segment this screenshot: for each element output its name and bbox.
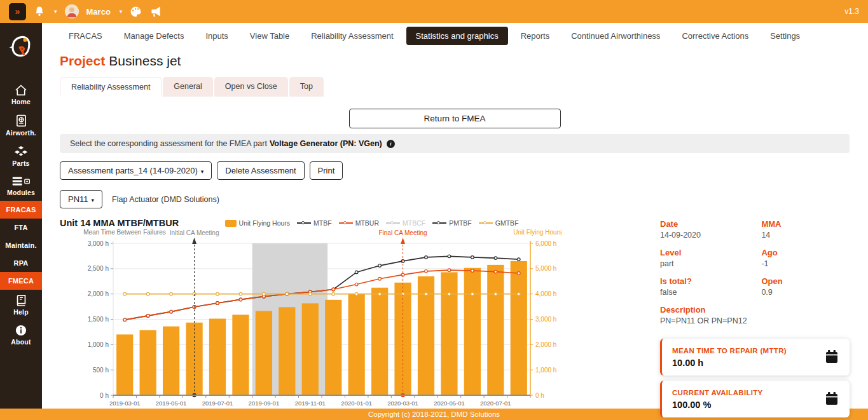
calendar-icon[interactable] [824,349,839,367]
nav-manage-defects[interactable]: Manage Defects [115,27,193,44]
svg-text:4,000 h: 4,000 h [535,290,556,297]
legend-item-mtbur[interactable]: MTBUR [339,219,379,227]
legend-item-unit-flying-hours[interactable]: Unit Flying Hours [225,219,291,227]
assessment-info-bar: Select the corresponding assessment for … [60,134,850,153]
notifications-bell-icon[interactable] [34,6,45,17]
bar-swatch-icon [225,220,237,227]
svg-text:2,000 h: 2,000 h [535,341,556,348]
part-description-label: Flap Actuator (DMD Solutions) [112,195,219,204]
chart-panel: Unit 14 MMA MTBF/MTBUR Unit Flying Hours… [60,218,565,420]
sidebar-item-fmeca[interactable]: FMECA [0,272,42,290]
main-content: FRACAS Manage Defects Inputs View Table … [42,23,868,409]
announcements-megaphone-icon[interactable] [149,5,162,18]
sidebar-item-home[interactable]: Home [0,80,42,110]
sidebar-item-about[interactable]: About [0,320,42,350]
nav-settings[interactable]: Settings [761,27,809,44]
assessment-detail-panel: Date 14-09-2020 MMA 14 Level part Ago -1 [660,218,850,420]
svg-text:Final CA Meeting: Final CA Meeting [378,229,427,236]
sidebar-item-modules[interactable]: Modules [0,172,42,201]
nav-fracas[interactable]: FRACAS [60,27,111,44]
svg-text:2020-07-01: 2020-07-01 [480,400,511,407]
page-title: ProjectBusiness jet [60,53,850,69]
legend-item-gmtbf[interactable]: GMTBF [479,219,519,227]
nav-inputs[interactable]: Inputs [196,27,237,44]
sidebar-item-airworthiness[interactable]: Airworth. [0,110,42,141]
legend-item-mtbf[interactable]: MTBF [297,219,332,227]
chart-title: Unit 14 MMA MTBF/MTBUR [60,218,179,228]
tab-reliability-assessment[interactable]: Reliability Assessment [60,77,162,97]
return-to-fmea-button[interactable]: Return to FMEA [349,109,561,128]
sidebar-item-rpa[interactable]: RPA [0,254,42,272]
svg-text:500 h: 500 h [93,367,109,374]
info-circle-icon [15,325,27,336]
svg-text:1,000 h: 1,000 h [88,341,109,348]
svg-text:2019-03-01: 2019-03-01 [109,400,141,407]
mtbf-chart[interactable]: Initial CA MeetingFinal CA Meeting0 h500… [60,228,565,420]
modules-bars-icon [11,176,31,187]
calendar-icon[interactable] [824,391,839,409]
module-nav: FRACAS Manage Defects Inputs View Table … [60,26,850,45]
svg-text:0 h: 0 h [535,392,544,399]
app-version: v1.3 [844,7,859,16]
mttr-card: MEAN TIME TO REPAIR (MTTR) 10.00 h [660,339,850,376]
nav-continued-airworthiness[interactable]: Continued Airworthiness [562,27,669,44]
svg-text:Unit Flying Hours: Unit Flying Hours [513,229,562,236]
svg-text:2020-01-01: 2020-01-01 [341,400,372,407]
fmea-part-name: Voltage Generator (PN: VGen) [270,139,382,148]
detail-field-ago: Ago -1 [761,248,850,268]
svg-text:2019-05-01: 2019-05-01 [156,400,187,407]
detail-field-level: Level part [660,248,761,268]
print-button[interactable]: Print [310,161,343,180]
svg-text:2019-11-01: 2019-11-01 [295,400,326,407]
user-caret-icon[interactable]: ▾ [120,8,123,15]
user-avatar[interactable] [65,4,79,18]
svg-text:2,000 h: 2,000 h [88,290,109,297]
svg-text:2020-03-01: 2020-03-01 [387,400,418,407]
nav-corrective-actions[interactable]: Corrective Actions [673,27,757,44]
line-swatch-icon [386,222,400,224]
user-name[interactable]: Marco [86,7,111,17]
passport-icon [16,114,27,127]
svg-text:6,000 h: 6,000 h [535,240,556,247]
line-swatch-icon [479,222,493,224]
sidebar-collapse-button[interactable]: » [9,3,26,20]
legend-item-pmtbf[interactable]: PMTBF [432,219,472,227]
theme-palette-icon[interactable] [130,6,142,18]
help-book-icon [16,294,27,306]
sidebar: Home Airworth. Parts Modules FRACAS FTA [0,23,42,409]
svg-text:1,500 h: 1,500 h [88,316,109,323]
detail-field-mma: MMA 14 [761,219,850,240]
sidebar-item-help[interactable]: Help [0,290,42,320]
assessment-select-dropdown[interactable]: Assessment parts_14 (14-09-2020)▾ [60,161,212,180]
bell-caret-icon[interactable]: ▾ [54,8,57,15]
svg-text:3,000 h: 3,000 h [88,240,109,247]
nav-reliability-assessment[interactable]: Reliability Assessment [302,27,402,44]
tab-open-vs-close[interactable]: Open vs Close [214,77,288,97]
svg-text:Mean Time Between Failures: Mean Time Between Failures [83,229,166,236]
nav-statistics-and-graphics[interactable]: Statistics and graphics [406,27,508,45]
svg-text:2019-07-01: 2019-07-01 [202,400,233,407]
tab-top[interactable]: Top [289,77,324,97]
view-tabs: Reliability Assessment General Open vs C… [60,77,850,97]
svg-text:Initial CA Meeting: Initial CA Meeting [170,229,219,236]
home-icon [15,85,27,96]
legend-item-mtbcf[interactable]: MTBCF [386,219,425,227]
svg-text:2020-05-01: 2020-05-01 [434,400,465,407]
pn-select-dropdown[interactable]: PN11▾ [60,190,102,208]
nav-reports[interactable]: Reports [512,27,559,44]
delete-assessment-button[interactable]: Delete Assessment [217,161,304,180]
detail-field-description: Description PN=PN11 OR PN=PN12 [660,305,850,325]
sidebar-item-parts[interactable]: Parts [0,141,42,172]
tab-general[interactable]: General [163,77,212,97]
sidebar-item-fracas[interactable]: FRACAS [0,201,42,219]
info-icon[interactable]: i [387,140,395,148]
line-swatch-icon [339,222,353,224]
sidebar-item-maintain[interactable]: Maintain. [0,236,42,254]
app-logo-bird-icon[interactable] [7,32,35,64]
nav-view-table[interactable]: View Table [241,27,298,44]
detail-field-date: Date 14-09-2020 [660,219,761,240]
svg-text:5,000 h: 5,000 h [535,265,556,272]
topbar: » ▾ Marco ▾ v1.3 [0,0,868,23]
sidebar-item-fta[interactable]: FTA [0,219,42,236]
availability-card: CURRENT AVAILABILITY 100.00 % [660,381,850,417]
